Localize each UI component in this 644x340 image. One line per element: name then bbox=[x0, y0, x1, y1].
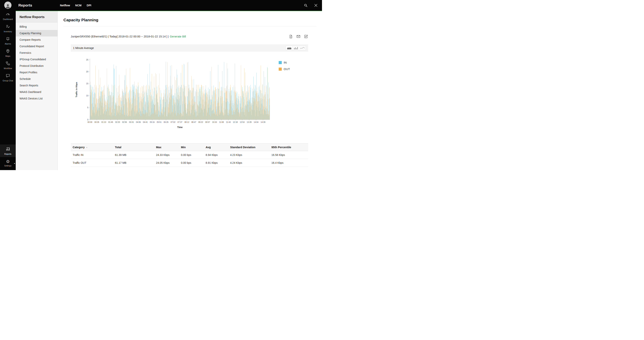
legend-label-out: OUT bbox=[284, 67, 290, 71]
rail-item-alarms[interactable]: Alarms bbox=[0, 35, 16, 47]
svg-text:09:22: 09:22 bbox=[198, 121, 203, 123]
cell-stddev: 4.23 Kbps bbox=[228, 151, 270, 159]
app-window: Reports Netflow NCM DPI bbox=[0, 0, 322, 170]
svg-text:0: 0 bbox=[87, 118, 88, 121]
sidebar-item-protocol-distribution[interactable]: Protocol Distribution bbox=[16, 63, 58, 69]
cell-category: Traffic IN bbox=[71, 151, 113, 159]
traffic-bar-chart-svg: 051015202500:0000:3501:1001:4502:2002:55… bbox=[71, 56, 272, 133]
page-title: Capacity Planning bbox=[64, 18, 316, 22]
column-header-stddev[interactable]: Standard Deviation bbox=[228, 144, 270, 151]
sidebar-item-ipgroup-consolidated[interactable]: IPGroup Consolidated bbox=[16, 56, 58, 63]
sort-icon[interactable]: ▲ bbox=[86, 146, 88, 148]
svg-text:12:18: 12:18 bbox=[233, 121, 238, 123]
column-header-category[interactable]: Category▲ bbox=[71, 144, 113, 151]
sidebar-item-compare-reports[interactable]: Compare Reports bbox=[16, 37, 58, 43]
rail-item-label: Inventory bbox=[4, 30, 12, 33]
rail-item-label: Alarms bbox=[5, 43, 11, 45]
svg-text:02:20: 02:20 bbox=[115, 121, 120, 123]
svg-text:06:26: 06:26 bbox=[164, 121, 168, 123]
rail-item-dashboard[interactable]: Dashboard bbox=[0, 10, 16, 22]
sidebar-item-search-reports[interactable]: Search Reports bbox=[16, 82, 58, 89]
cell-min: 0.00 bps bbox=[179, 159, 204, 167]
dashboard-icon bbox=[6, 12, 10, 17]
reports-chart-icon bbox=[6, 147, 10, 152]
sidebar-item-schedule[interactable]: Schedule bbox=[16, 76, 58, 82]
sidebar-list: Billing Capacity Planning Compare Report… bbox=[16, 24, 58, 102]
svg-text:10: 10 bbox=[86, 94, 88, 97]
svg-text:12:53: 12:53 bbox=[240, 121, 244, 123]
cell-category: Traffic OUT bbox=[71, 159, 113, 167]
report-scope-text: JuniperSRX550 (Ethernet0/1) | Today[ 201… bbox=[71, 35, 169, 38]
cell-max: 24.05 Kbps bbox=[154, 159, 179, 167]
export-pdf-icon[interactable] bbox=[289, 35, 293, 39]
svg-text:13:28: 13:28 bbox=[247, 121, 252, 123]
rail-item-inventory[interactable]: Inventory bbox=[0, 22, 16, 35]
sidebar-item-forensics[interactable]: Forensics bbox=[16, 50, 58, 56]
chart-plot-area[interactable]: 051015202500:0000:3501:1001:4502:2002:55… bbox=[71, 56, 272, 133]
report-section: JuniperSRX550 (Ethernet0/1) | Today[ 201… bbox=[71, 34, 308, 167]
nav-ncm[interactable]: NCM bbox=[75, 4, 82, 7]
rail-item-label: Dashboard bbox=[3, 18, 13, 20]
svg-text:07:37: 07:37 bbox=[178, 121, 182, 123]
nav-netflow[interactable]: Netflow bbox=[60, 4, 70, 7]
topbar-actions bbox=[304, 3, 322, 8]
svg-text:10:33: 10:33 bbox=[212, 121, 217, 123]
sidebar-item-billing[interactable]: Billing bbox=[16, 24, 58, 30]
nav-dpi[interactable]: DPI bbox=[87, 4, 91, 7]
line-chart-type-icon[interactable] bbox=[299, 46, 306, 50]
rail-item-settings[interactable]: ⚙ Settings ▸ bbox=[0, 157, 16, 169]
rail-item-maps[interactable]: Maps bbox=[0, 47, 16, 59]
search-icon[interactable] bbox=[304, 3, 308, 8]
settings-flyout-arrow-icon: ▸ bbox=[14, 162, 15, 164]
legend-item-in[interactable]: IN bbox=[279, 61, 308, 64]
sidebar-title: Netflow Reports bbox=[16, 11, 58, 23]
cell-95th: 16.58 Kbps bbox=[270, 151, 308, 159]
rail-item-label: Group Chat bbox=[3, 79, 13, 82]
edit-report-icon[interactable] bbox=[304, 34, 308, 39]
traffic-stats-table: Category▲ Total Max Min Avg Standard Dev… bbox=[71, 143, 308, 167]
column-header-max[interactable]: Max bbox=[154, 144, 179, 151]
title-divider bbox=[64, 26, 316, 26]
generate-bill-link[interactable]: Generate Bill bbox=[170, 35, 186, 38]
svg-text:02:55: 02:55 bbox=[122, 121, 127, 123]
svg-text:08:12: 08:12 bbox=[184, 121, 189, 123]
chart-panel-title: 1 Minute Average bbox=[73, 47, 94, 50]
cell-total: 61.39 MB bbox=[113, 151, 154, 159]
column-header-avg[interactable]: Avg bbox=[204, 144, 228, 151]
svg-text:11:43: 11:43 bbox=[226, 121, 231, 123]
svg-text:05:51: 05:51 bbox=[157, 121, 162, 123]
rail-item-reports[interactable]: Reports bbox=[0, 145, 16, 157]
table-header-row: Category▲ Total Max Min Avg Standard Dev… bbox=[71, 144, 308, 151]
svg-text:00:00: 00:00 bbox=[88, 121, 92, 123]
top-navigation: Netflow NCM DPI bbox=[60, 4, 92, 7]
inventory-icon bbox=[6, 24, 10, 30]
svg-text:14:04: 14:04 bbox=[254, 121, 258, 123]
column-header-min[interactable]: Min bbox=[179, 144, 204, 151]
sidebar-item-waas-devices-list[interactable]: WAAS Devices List bbox=[16, 95, 58, 102]
rail-item-label: Workflow bbox=[4, 67, 12, 70]
chart-legend: IN OUT bbox=[272, 56, 308, 133]
table-row-traffic-out: Traffic OUT 61.17 MB 24.05 Kbps 0.00 bps… bbox=[71, 159, 308, 167]
column-header-total[interactable]: Total bbox=[113, 144, 154, 151]
sidebar-item-waas-dashboard[interactable]: WAAS Dashboard bbox=[16, 89, 58, 95]
column-header-95th[interactable]: 95th Percentile bbox=[270, 144, 308, 151]
rail-item-group-chat[interactable]: Group Chat bbox=[0, 71, 16, 84]
sidebar-item-consolidated-report[interactable]: Consolidated Report bbox=[16, 43, 58, 50]
report-actions bbox=[289, 34, 308, 39]
svg-text:04:41: 04:41 bbox=[143, 121, 148, 123]
avatar[interactable] bbox=[4, 2, 12, 9]
bar-chart-type-icon[interactable] bbox=[293, 46, 299, 50]
close-icon[interactable] bbox=[314, 3, 318, 8]
rail-item-workflow[interactable]: Workflow bbox=[0, 59, 16, 71]
sidebar-item-capacity-planning[interactable]: Capacity Planning bbox=[16, 30, 58, 37]
svg-text:11:08: 11:08 bbox=[219, 121, 224, 123]
sidebar-item-report-profiles[interactable]: Report Profiles bbox=[16, 69, 58, 76]
alarm-bell-icon bbox=[6, 37, 10, 42]
legend-swatch-out bbox=[279, 68, 282, 71]
email-report-icon[interactable] bbox=[296, 34, 300, 39]
area-chart-type-icon[interactable] bbox=[286, 46, 293, 50]
svg-text:15: 15 bbox=[86, 82, 88, 85]
legend-item-out[interactable]: OUT bbox=[279, 67, 308, 71]
cell-avg: 8.94 Kbps bbox=[204, 151, 228, 159]
cell-total: 61.17 MB bbox=[113, 159, 154, 167]
